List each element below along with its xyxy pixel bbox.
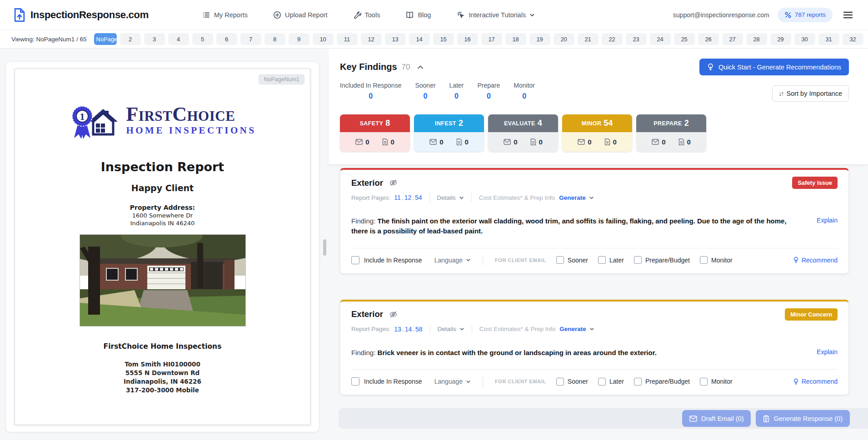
finding-text: Brick veneer is in contact with the grou…	[378, 349, 657, 356]
report-page-link[interactable]: 54	[415, 194, 422, 201]
page-number-button[interactable]: 9	[289, 33, 309, 45]
sooner-checkbox[interactable]	[556, 256, 564, 264]
monitor-checkbox[interactable]	[700, 378, 708, 386]
app-logo[interactable]: InspectionResponse.com	[13, 8, 149, 22]
page-number-button[interactable]: 31	[818, 33, 839, 45]
page-number-button[interactable]: 24	[650, 33, 671, 45]
page-number-button[interactable]: 12	[361, 33, 382, 45]
page-number-button[interactable]: 30	[794, 33, 815, 45]
generate-cost-link[interactable]: Generate	[559, 194, 586, 201]
divider	[471, 193, 472, 202]
nav-upload-report[interactable]: Upload Report	[273, 11, 328, 19]
hide-finding-button[interactable]	[389, 178, 398, 187]
stat-label: Included In Response	[340, 82, 401, 89]
quick-start-label: Quick Start - Generate Recommendations	[718, 64, 841, 71]
draft-email-button[interactable]: Draft Email (0)	[682, 410, 751, 427]
page-number-button[interactable]: 6	[216, 33, 237, 45]
reports-count-button[interactable]: 787 reports	[778, 8, 833, 22]
page-number-button[interactable]: 17	[481, 33, 502, 45]
explain-link[interactable]: Explain	[817, 348, 838, 358]
page-number-button[interactable]: 27	[722, 33, 743, 45]
include-in-response-checkbox[interactable]	[351, 256, 359, 264]
page-number-button[interactable]: 10	[313, 33, 334, 45]
sooner-label: Sooner	[568, 378, 588, 385]
report-page-link[interactable]: 14	[405, 326, 412, 333]
language-dropdown[interactable]: Language	[434, 257, 471, 264]
report-page-link[interactable]: 13	[394, 326, 401, 333]
category-card-infest[interactable]: INFEST 2 0 0	[414, 114, 484, 152]
generate-response-button[interactable]: Generate Response (0)	[756, 410, 850, 427]
page-number-button[interactable]: 14	[409, 33, 430, 45]
page-number-button[interactable]: 19	[529, 33, 550, 45]
page-number-button[interactable]: 28	[746, 33, 767, 45]
page-number-button[interactable]: 16	[457, 33, 478, 45]
client-name: Happy Client	[15, 183, 310, 193]
preview-scrollbar[interactable]	[323, 239, 326, 256]
details-dropdown[interactable]: Details	[437, 194, 464, 201]
collapse-findings-button[interactable]	[416, 64, 425, 71]
page-number-button[interactable]: 20	[554, 33, 574, 45]
page-number-button[interactable]: 23	[626, 33, 647, 45]
chevron-down-icon	[466, 379, 471, 384]
details-dropdown[interactable]: Details	[438, 326, 464, 332]
page-number-button[interactable]: 2	[120, 33, 141, 45]
stat-value: 0	[415, 92, 435, 100]
page-number-button[interactable]: 29	[770, 33, 791, 45]
sort-by-importance-button[interactable]: ↓↑ Sort by Importance	[772, 85, 849, 102]
category-card-evaluate[interactable]: EVALUATE 4 0 0	[488, 114, 558, 152]
chevron-down-icon[interactable]	[589, 195, 594, 200]
category-card-prepare[interactable]: PREPARE 2 0 0	[636, 114, 706, 152]
page-number-button[interactable]: 4	[168, 33, 189, 45]
nav-tools[interactable]: Tools	[353, 11, 380, 19]
recommend-label: Recommend	[802, 378, 838, 385]
language-dropdown[interactable]: Language	[434, 378, 471, 385]
lightbulb-icon	[707, 63, 714, 71]
monitor-label: Monitor	[711, 378, 733, 385]
nav-blog[interactable]: Blog	[405, 11, 431, 19]
category-card-minor[interactable]: MINOR 54 0 0	[562, 114, 632, 152]
page-number-button-selected[interactable]: NoPageNum1	[94, 33, 117, 45]
explain-link[interactable]: Explain	[817, 217, 838, 236]
include-in-response-checkbox[interactable]	[351, 377, 359, 386]
page-number-button[interactable]: 13	[385, 33, 406, 45]
sooner-checkbox[interactable]	[556, 378, 564, 386]
prepare-budget-checkbox[interactable]	[634, 256, 642, 264]
chevron-down-icon	[459, 195, 464, 200]
divider	[483, 255, 483, 266]
chevron-down-icon[interactable]	[589, 326, 594, 331]
recommend-link[interactable]: Recommend	[793, 378, 838, 385]
page-number-button[interactable]: 3	[144, 33, 165, 45]
later-checkbox[interactable]	[598, 378, 606, 386]
page-number-button[interactable]: 11	[337, 33, 358, 45]
prepare-budget-checkbox[interactable]	[634, 378, 642, 386]
later-checkbox[interactable]	[598, 256, 606, 264]
document-icon	[530, 138, 536, 145]
report-page-link[interactable]: 58	[415, 326, 423, 333]
brand-name: InspectionResponse.com	[30, 9, 149, 21]
page-number-button[interactable]: 21	[578, 33, 599, 45]
menu-button[interactable]	[841, 9, 855, 21]
page-number-button[interactable]: 22	[602, 33, 623, 45]
percent-icon	[784, 11, 792, 19]
generate-cost-link[interactable]: Generate	[559, 326, 586, 332]
page-number-button[interactable]: 26	[698, 33, 719, 45]
nav-my-reports[interactable]: My Reports	[202, 11, 248, 19]
report-page-link[interactable]: 11	[394, 194, 401, 201]
report-page-link[interactable]: 12	[404, 194, 412, 201]
page-number-button[interactable]: 8	[264, 33, 285, 45]
page-number-button[interactable]: 25	[674, 33, 695, 45]
recommend-link[interactable]: Recommend	[793, 257, 838, 264]
quick-start-button[interactable]: Quick Start - Generate Recommendations	[699, 59, 849, 75]
hide-finding-button[interactable]	[389, 310, 398, 319]
monitor-checkbox[interactable]	[700, 256, 708, 264]
page-number-button[interactable]: 5	[192, 33, 213, 45]
nav-interactive-tutorials[interactable]: Interactive Tutorials	[456, 10, 535, 19]
page-number-button[interactable]: 7	[240, 33, 261, 45]
page-number-button[interactable]: 15	[433, 33, 454, 45]
report-pages-label: Report Pages:	[351, 326, 390, 332]
report-pages-label: Report Pages:	[351, 194, 390, 201]
category-card-safety[interactable]: SAFETY 8 0 0	[340, 114, 410, 152]
page-number-button[interactable]: 32	[843, 33, 863, 45]
property-address-line2: Indianapolis IN 46240	[15, 220, 310, 227]
page-number-button[interactable]: 18	[505, 33, 526, 45]
